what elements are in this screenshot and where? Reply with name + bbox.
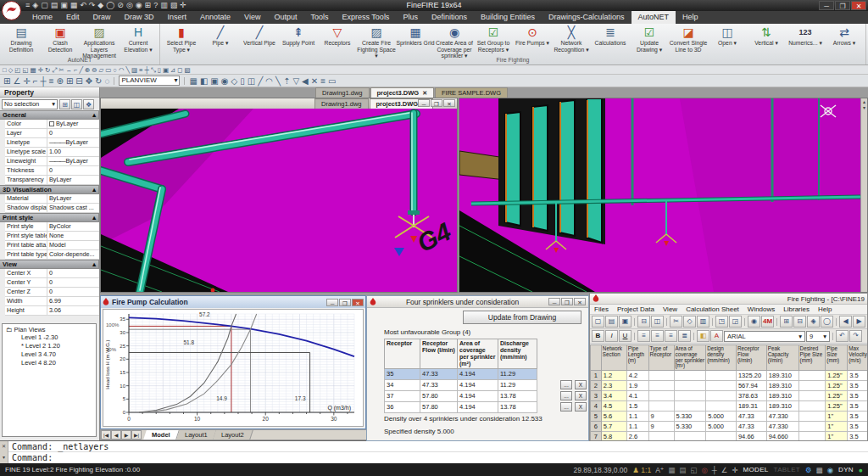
cell[interactable] bbox=[798, 371, 826, 381]
cell[interactable]: 4.5 bbox=[601, 401, 626, 412]
tab-drawing1-dwg[interactable]: Drawing1.dwg bbox=[315, 87, 370, 98]
layout-tab-layout2[interactable]: Layout2 bbox=[214, 430, 253, 440]
undo-button[interactable]: ↶ bbox=[836, 330, 849, 342]
cell[interactable]: 47.330 bbox=[766, 412, 798, 422]
cell[interactable]: 1.1 bbox=[626, 412, 648, 422]
menu-edit[interactable]: Edit bbox=[59, 11, 86, 24]
italic-button[interactable]: I bbox=[605, 330, 618, 342]
rotate-icon[interactable]: ↻ bbox=[45, 66, 50, 74]
cell[interactable]: 3.5 bbox=[848, 401, 868, 412]
align-center-button[interactable]: ≡ bbox=[651, 330, 664, 342]
close-icon[interactable]: ✕ bbox=[422, 90, 427, 96]
dynamic-ucs-icon[interactable]: ◎ bbox=[701, 466, 707, 474]
tablet-button[interactable]: TABLET bbox=[774, 466, 800, 473]
selection-dropdown[interactable]: No selection▾ bbox=[2, 99, 58, 109]
underline-button[interactable]: U bbox=[619, 330, 632, 342]
menu-plus[interactable]: Plus bbox=[396, 11, 425, 24]
menu-help[interactable]: Help bbox=[676, 11, 705, 24]
save-button[interactable]: ▣ bbox=[619, 316, 632, 328]
goto-button[interactable]: ◈ bbox=[807, 316, 820, 328]
array-icon[interactable]: ▦ bbox=[31, 66, 36, 74]
cell[interactable]: 5.000 bbox=[706, 422, 737, 432]
tab-project3-dwg[interactable]: project3.DWG✕ bbox=[370, 87, 434, 98]
font-name-combo[interactable]: ARIAL▾ bbox=[724, 331, 805, 342]
circle-icon[interactable]: ○ bbox=[113, 66, 117, 74]
property-value[interactable]: 0 bbox=[47, 129, 99, 137]
leader-icon[interactable]: ⤡ bbox=[151, 66, 156, 74]
toggle-pickadd-button[interactable]: ⊞ bbox=[59, 99, 70, 109]
ribbon-pipe[interactable]: ╱Pipe ▾ bbox=[201, 25, 240, 47]
find-button[interactable]: ◯ bbox=[821, 316, 833, 328]
extend-icon[interactable]: ↔ bbox=[65, 66, 72, 74]
snap-mode-icon[interactable]: ▤ bbox=[679, 466, 686, 474]
cell[interactable] bbox=[706, 381, 737, 391]
ribbon-vertical-pipe[interactable]: ╱Vertical Pipe bbox=[240, 25, 279, 47]
calc-menu-calculation-sheet[interactable]: Calculation Sheet bbox=[682, 305, 743, 314]
polar-icon[interactable]: ∠ bbox=[13, 76, 20, 87]
ribbon-clash-detection[interactable]: ▣Clash Detection bbox=[41, 25, 80, 53]
finefire-logo-icon[interactable] bbox=[2, 1, 21, 20]
cell[interactable] bbox=[706, 401, 737, 412]
cell[interactable]: 3.4 bbox=[601, 391, 626, 401]
property-value[interactable]: None bbox=[47, 232, 99, 240]
cell[interactable]: 3.5 bbox=[848, 381, 868, 391]
section-print-style[interactable]: Print style▴ bbox=[0, 213, 99, 222]
ribbon-calculations[interactable]: ≣Calculations bbox=[591, 25, 630, 47]
render-icon[interactable]: ▣ bbox=[210, 76, 218, 87]
vertical-scrollbar[interactable]: ▴▾ bbox=[860, 98, 867, 292]
update-from-cad-button[interactable]: ◲ bbox=[729, 316, 742, 328]
cell[interactable]: 4.1 bbox=[626, 391, 648, 401]
cell[interactable]: 3.5 bbox=[848, 412, 868, 422]
ribbon-current-elevation[interactable]: HCurrent Elevation ▾ bbox=[119, 25, 158, 53]
dimension-icon[interactable]: ┼ bbox=[144, 66, 148, 74]
ribbon-numerics[interactable]: 123Numerics... ▾ bbox=[786, 25, 825, 47]
table-row[interactable]: 22.31.9567.94189.3101.25"3.5 bbox=[591, 381, 868, 391]
ribbon-arrows[interactable]: ⇄Arrows ▾ bbox=[825, 25, 864, 47]
grid-snap-icon[interactable]: ⊞ bbox=[3, 76, 10, 87]
cell[interactable]: 5.330 bbox=[674, 412, 706, 422]
section-view[interactable]: View▴ bbox=[0, 260, 99, 269]
cell[interactable]: 189.310 bbox=[766, 401, 798, 412]
browse-button[interactable]: ... bbox=[560, 380, 572, 389]
calc-menu-libraries[interactable]: Libraries bbox=[779, 305, 814, 314]
cell[interactable]: 3.5 bbox=[848, 432, 868, 441]
cell[interactable] bbox=[798, 381, 826, 391]
dyn-button[interactable]: DYN bbox=[838, 466, 854, 473]
layers-icon[interactable]: ▧ bbox=[185, 66, 191, 74]
update-from-drawing-button[interactable]: Update from Drawing bbox=[463, 311, 581, 324]
minimize-button[interactable]: ─ bbox=[548, 298, 560, 305]
tree-item-level-2-1-20[interactable]: * Level 2 1.20 bbox=[3, 342, 96, 350]
4m-logo-button[interactable]: 4M bbox=[761, 316, 774, 328]
polar-tracking-icon[interactable]: ∠ bbox=[721, 466, 728, 474]
table-row[interactable]: 3447.334.19411.29 bbox=[385, 380, 537, 391]
ribbon-vertical[interactable]: ⇅Vertical ▾ bbox=[747, 25, 786, 47]
ribbon-convert-single-line-to-3d[interactable]: ◪Convert Single Line to 3D bbox=[669, 25, 708, 53]
open-button[interactable]: ▤ bbox=[605, 316, 618, 328]
calc-menu-project-data[interactable]: Project Data bbox=[613, 305, 659, 314]
cell[interactable]: 1.9 bbox=[626, 381, 648, 391]
last-tab-button[interactable]: ▶| bbox=[131, 430, 142, 440]
rectangle-icon[interactable]: ▭ bbox=[105, 66, 111, 74]
cell[interactable] bbox=[674, 391, 706, 401]
cell[interactable]: 5.6 bbox=[601, 412, 626, 422]
property-value[interactable]: ByLayer bbox=[47, 176, 99, 184]
new-button[interactable]: ▢ bbox=[592, 316, 604, 328]
pline-tool-icon[interactable]: ╲ bbox=[275, 76, 281, 87]
table-row[interactable]: 3657.804.19413.78 bbox=[385, 402, 537, 413]
calculation-sheet[interactable]: Network SectionPipe Length (m)Type of Re… bbox=[590, 344, 868, 441]
cell[interactable]: 189.31 bbox=[736, 401, 766, 412]
regen-icon[interactable]: ↻ bbox=[95, 76, 102, 87]
cell[interactable] bbox=[706, 371, 737, 381]
visual-styles-icon[interactable]: ◧ bbox=[200, 76, 208, 87]
ribbon-create-fire-fighting-space[interactable]: ▨Create Fire Fighting Space ▾ bbox=[357, 25, 396, 59]
settings-gear-icon[interactable]: ⚙ bbox=[805, 466, 812, 474]
ribbon-create-area-of-coverage-per-sprinkler[interactable]: ◉Create Area of Coverage per sprinkler ▾ bbox=[435, 25, 474, 59]
browse-button[interactable]: ... bbox=[560, 391, 572, 400]
first-tab-button[interactable]: |◀ bbox=[101, 430, 111, 440]
table-row[interactable]: 33.44.1378.63189.3101.25"3.5 bbox=[591, 391, 868, 401]
cell[interactable]: 3.5 bbox=[848, 391, 868, 401]
delete-rows-button[interactable]: ⊟ bbox=[793, 316, 806, 328]
cell[interactable]: 94.660 bbox=[766, 432, 798, 441]
cell[interactable] bbox=[798, 422, 826, 432]
line-tool-icon[interactable]: ╱ bbox=[258, 76, 263, 87]
